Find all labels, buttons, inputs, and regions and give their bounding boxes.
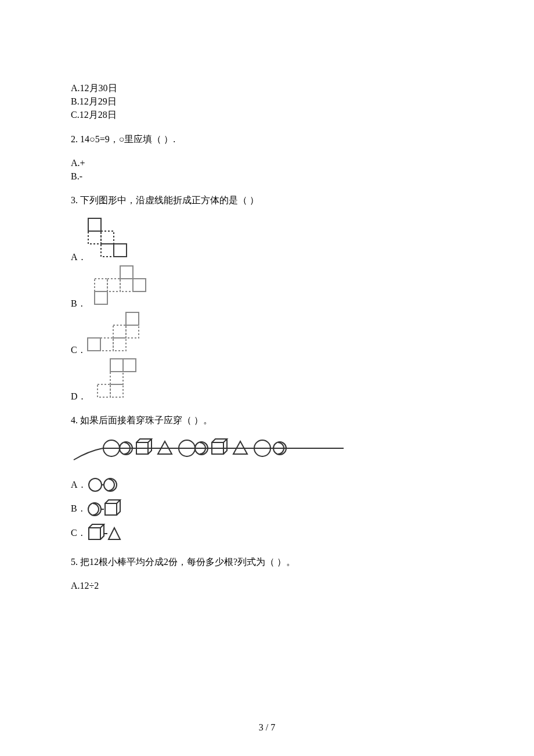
cube-net-c-icon	[86, 310, 145, 357]
svg-rect-3	[101, 244, 114, 257]
svg-rect-21	[110, 384, 123, 397]
svg-rect-13	[126, 325, 139, 338]
q4-option-c: C.	[71, 524, 463, 542]
q3-option-a: A.	[71, 217, 463, 264]
svg-rect-36	[89, 528, 100, 539]
svg-rect-7	[107, 279, 120, 291]
q3-option-d: D.	[71, 357, 463, 403]
beads-c-icon	[86, 524, 124, 542]
svg-rect-9	[133, 279, 146, 291]
svg-rect-6	[95, 279, 107, 291]
bead-string-icon	[71, 431, 355, 466]
option-label: A	[71, 83, 78, 93]
cube-net-a-icon	[87, 217, 134, 264]
question-number: 2.	[71, 134, 78, 144]
svg-point-30	[89, 478, 102, 491]
option-text: .+	[78, 158, 85, 168]
option-dot: .	[81, 390, 84, 403]
option-dot: .	[81, 526, 83, 539]
option-dot: .	[81, 502, 83, 515]
option-text: .-	[77, 171, 82, 181]
q4-option-a: A.	[71, 476, 463, 494]
q2-stem: 2. 14○5=9，○里应填（ ）.	[71, 132, 463, 146]
question-number: 3.	[71, 195, 78, 205]
svg-rect-14	[88, 338, 100, 351]
option-label: C	[71, 526, 77, 539]
option-label: B	[71, 502, 77, 515]
q1-option-a: A.12月30日	[71, 81, 463, 95]
q5-stem: 5. 把12根小棒平均分成2份，每份多少根?列式为（ ）。	[71, 555, 463, 568]
option-dot: .	[81, 250, 84, 264]
q3-stem: 3. 下列图形中，沿虚线能折成正方体的是（ ）	[71, 193, 463, 207]
question-text: 14○5=9，○里应填（ ）.	[80, 134, 175, 144]
q2-option-a: A.+	[71, 156, 463, 170]
svg-rect-11	[126, 312, 139, 325]
svg-rect-0	[88, 218, 101, 231]
svg-rect-12	[113, 325, 126, 338]
question-number: 4.	[71, 415, 78, 425]
option-dot: .	[81, 343, 83, 357]
option-label: B	[71, 96, 77, 106]
svg-rect-5	[120, 266, 133, 279]
question-number: 5.	[71, 557, 78, 567]
page-content: A.12月30日 B.12月29日 C.12月28日 2. 14○5=9，○里应…	[0, 0, 534, 592]
q5-option-a: A.12÷2	[71, 579, 463, 592]
q4-stem: 4. 如果后面接着穿珠子应穿（ ）。	[71, 413, 463, 427]
q3-option-c: C.	[71, 310, 463, 357]
beads-a-icon	[87, 476, 122, 494]
beads-b-icon	[86, 499, 124, 518]
q1-option-b: B.12月29日	[71, 95, 463, 108]
option-label: C	[71, 110, 77, 120]
svg-rect-1	[88, 231, 101, 244]
option-label: A	[71, 158, 78, 168]
option-label: A	[71, 581, 78, 591]
svg-rect-2	[101, 231, 114, 244]
question-text: 把12根小棒平均分成2份，每份多少根?列式为（ ）。	[80, 557, 295, 567]
option-label: A	[71, 478, 78, 491]
cube-net-b-icon	[86, 264, 150, 310]
option-text: .12月30日	[78, 83, 117, 93]
q1-option-c: C.12月28日	[71, 108, 463, 121]
q2-option-b: B.-	[71, 170, 463, 183]
option-label: B	[71, 171, 77, 181]
option-label: D	[71, 390, 78, 403]
svg-rect-18	[123, 359, 136, 372]
svg-rect-4	[114, 244, 127, 257]
svg-rect-8	[120, 279, 133, 291]
page-number: 3 / 7	[0, 722, 534, 733]
svg-rect-15	[100, 338, 113, 351]
option-text: .12÷2	[78, 581, 99, 591]
svg-rect-20	[98, 384, 110, 397]
svg-rect-17	[110, 359, 123, 372]
option-dot: .	[81, 478, 84, 491]
option-dot: .	[81, 297, 83, 310]
question-text: 下列图形中，沿虚线能折成正方体的是（ ）	[80, 195, 259, 205]
q4-option-b: B.	[71, 499, 463, 518]
option-label: B	[71, 297, 77, 310]
option-label: A	[71, 250, 78, 264]
svg-rect-34	[105, 503, 117, 515]
svg-rect-10	[95, 291, 107, 304]
cube-net-d-icon	[87, 357, 139, 403]
q3-option-b: B.	[71, 264, 463, 310]
option-text: .12月29日	[77, 96, 117, 106]
question-text: 如果后面接着穿珠子应穿（ ）。	[80, 415, 212, 425]
option-label: C	[71, 343, 77, 357]
svg-rect-16	[113, 338, 126, 351]
svg-rect-19	[110, 372, 123, 384]
option-text: .12月28日	[77, 110, 117, 120]
